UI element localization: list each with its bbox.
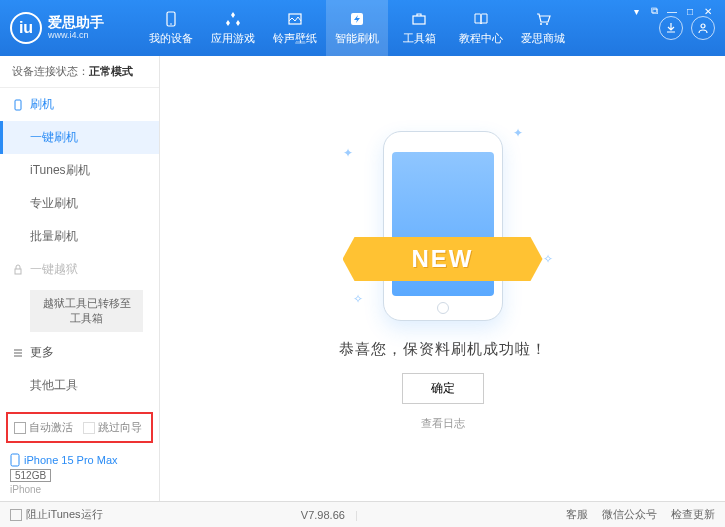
book-icon: [472, 10, 490, 28]
phone-icon: [162, 10, 180, 28]
wechat-link[interactable]: 微信公众号: [602, 507, 657, 522]
statusbar: 阻止iTunes运行 V7.98.66 | 客服 微信公众号 检查更新: [0, 501, 725, 527]
nav-toolbox[interactable]: 工具箱: [388, 0, 450, 56]
wallpaper-icon: [286, 10, 304, 28]
auto-activate-checkbox[interactable]: 自动激活: [14, 420, 73, 435]
svg-rect-4: [413, 16, 425, 24]
new-ribbon: NEW: [343, 237, 543, 281]
close-icon[interactable]: ✕: [701, 4, 715, 18]
main-content: ✦ ✦ ✧ ✧ NEW 恭喜您，保资料刷机成功啦！ 确定 查看日志: [160, 56, 725, 501]
svg-rect-10: [11, 454, 19, 466]
menu-lines-icon: [12, 347, 24, 359]
menu-icon[interactable]: ▾: [629, 4, 643, 18]
svg-rect-9: [15, 269, 21, 274]
block-itunes-checkbox[interactable]: 阻止iTunes运行: [10, 507, 103, 522]
sidebar-item-jailbreak-moved[interactable]: 越狱工具已转移至工具箱: [30, 290, 143, 332]
apps-icon: [224, 10, 242, 28]
svg-point-5: [540, 23, 542, 25]
logo-icon: iu: [10, 12, 42, 44]
nav-tutorials[interactable]: 教程中心: [450, 0, 512, 56]
version-label: V7.98.66: [301, 509, 345, 521]
view-log-link[interactable]: 查看日志: [421, 416, 465, 431]
support-link[interactable]: 客服: [566, 507, 588, 522]
nav-apps[interactable]: 应用游戏: [202, 0, 264, 56]
skip-guide-checkbox[interactable]: 跳过向导: [83, 420, 142, 435]
logo: iu 爱思助手 www.i4.cn: [10, 12, 140, 44]
highlighted-options-box: 自动激活 跳过向导: [6, 412, 153, 443]
svg-point-1: [170, 23, 172, 25]
download-button[interactable]: [659, 16, 683, 40]
cart-icon: [534, 10, 552, 28]
success-message: 恭喜您，保资料刷机成功啦！: [339, 340, 547, 359]
device-phone-icon: [10, 453, 20, 467]
phone-graphic: [383, 131, 503, 321]
check-update-link[interactable]: 检查更新: [671, 507, 715, 522]
flash-small-icon: [12, 99, 24, 111]
device-storage-badge: 512GB: [10, 469, 51, 482]
flash-icon: [348, 10, 366, 28]
app-url: www.i4.cn: [48, 31, 104, 41]
sidebar-item-batch-flash[interactable]: 批量刷机: [0, 220, 159, 253]
nav-smart-flash[interactable]: 智能刷机: [326, 0, 388, 56]
svg-rect-8: [15, 100, 21, 110]
sidebar-item-oneclick-flash[interactable]: 一键刷机: [0, 121, 159, 154]
svg-point-6: [546, 23, 548, 25]
ok-button[interactable]: 确定: [402, 373, 484, 404]
svg-point-7: [701, 24, 705, 28]
lock-icon: [12, 264, 24, 276]
nav-ringtones[interactable]: 铃声壁纸: [264, 0, 326, 56]
device-name-label: iPhone 15 Pro Max: [24, 454, 118, 466]
maximize-icon[interactable]: □: [683, 4, 697, 18]
sidebar-item-other-tools[interactable]: 其他工具: [0, 369, 159, 402]
sidebar-group-more[interactable]: 更多: [0, 336, 159, 369]
app-title: 爱思助手: [48, 15, 104, 30]
sidebar-group-jailbreak: 一键越狱: [0, 253, 159, 286]
device-type-label: iPhone: [10, 484, 149, 495]
minimize-icon[interactable]: —: [665, 4, 679, 18]
success-illustration: ✦ ✦ ✧ ✧ NEW: [333, 126, 553, 326]
titlebar: ▾ ⧉ — □ ✕ iu 爱思助手 www.i4.cn 我的设备 应用游戏 铃声…: [0, 0, 725, 56]
user-button[interactable]: [691, 16, 715, 40]
nav-store[interactable]: 爱思商城: [512, 0, 574, 56]
fullscreen-icon[interactable]: ⧉: [647, 4, 661, 18]
top-nav: 我的设备 应用游戏 铃声壁纸 智能刷机 工具箱 教程中心 爱思商城: [140, 0, 651, 56]
device-info[interactable]: iPhone 15 Pro Max 512GB iPhone: [0, 447, 159, 501]
sidebar-item-download-firmware[interactable]: 下载固件: [0, 402, 159, 408]
nav-my-device[interactable]: 我的设备: [140, 0, 202, 56]
connection-status: 设备连接状态：正常模式: [0, 56, 159, 88]
toolbox-icon: [410, 10, 428, 28]
sidebar-group-flash[interactable]: 刷机: [0, 88, 159, 121]
sidebar-item-itunes-flash[interactable]: iTunes刷机: [0, 154, 159, 187]
sidebar-item-pro-flash[interactable]: 专业刷机: [0, 187, 159, 220]
window-controls: ▾ ⧉ — □ ✕: [629, 4, 715, 18]
sidebar: 设备连接状态：正常模式 刷机 一键刷机 iTunes刷机 专业刷机 批量刷机 一…: [0, 56, 160, 501]
